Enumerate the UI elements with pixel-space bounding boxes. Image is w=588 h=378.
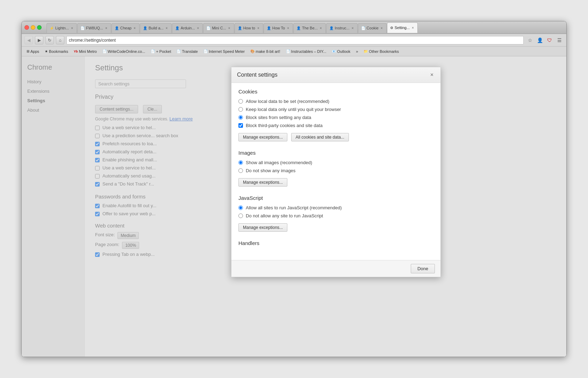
- bookmark-outlook[interactable]: 📧 Outlook: [330, 49, 352, 54]
- images-option-0: Show all images (recommended): [238, 160, 433, 165]
- bookmark-translate[interactable]: 📄 Translate: [174, 49, 200, 54]
- tab-howto1[interactable]: 👤 How to ×: [235, 23, 263, 33]
- back-button[interactable]: ◀: [24, 36, 33, 44]
- all-cookies-button[interactable]: All cookies and site data...: [291, 133, 349, 141]
- images-option-0-label: Show all images (recommended): [246, 160, 312, 165]
- done-button[interactable]: Done: [411, 264, 435, 273]
- star-icon: ★: [45, 49, 48, 53]
- tabs-bar: ⚡ Lightn... × 📄 FW8UQ... × 👤 Cheap × 👤 B…: [46, 22, 564, 33]
- bookmark-speed-meter[interactable]: 📄 Internet Speed Meter: [201, 49, 247, 54]
- js-buttons: Manage exceptions...: [238, 221, 433, 232]
- menu-button[interactable]: ☰: [555, 36, 564, 44]
- tab-close-instruc[interactable]: ×: [351, 26, 354, 30]
- tab-instruc[interactable]: 👤 Instruc... ×: [326, 23, 358, 33]
- outlook-icon: 📧: [332, 49, 336, 53]
- title-bar: ⚡ Lightn... × 📄 FW8UQ... × 👤 Cheap × 👤 B…: [22, 21, 566, 34]
- tab-minic[interactable]: 📄 Mini C... ×: [203, 23, 234, 33]
- tab-build[interactable]: 👤 Build a... ×: [140, 23, 172, 33]
- js-option-1: Do not allow any site to run JavaScript: [238, 213, 433, 218]
- bookmark-apps-label: Apps: [30, 49, 39, 54]
- tab-close-build[interactable]: ×: [165, 26, 168, 30]
- more-bookmarks-icon: »: [356, 49, 358, 54]
- tab-label-minic: Mini C...: [212, 26, 226, 30]
- dialog-header: Content settings ×: [231, 67, 440, 83]
- tab-label-thebe: The Be...: [302, 26, 318, 30]
- bookmark-other[interactable]: 📁 Other Bookmarks: [361, 49, 401, 54]
- bookmarks-bar: ⊞ Apps ★ Bookmarks Yb Mini Metro 📄 Write…: [22, 47, 566, 56]
- dialog-footer: Done: [231, 260, 440, 277]
- cookies-buttons: Manage exceptions... All cookies and sit…: [238, 131, 433, 141]
- bookmark-apps[interactable]: ⊞ Apps: [24, 49, 41, 54]
- tab-thebe[interactable]: 👤 The Be... ×: [293, 23, 325, 33]
- bookmark-star-button[interactable]: ☆: [526, 36, 534, 44]
- reload-button[interactable]: ↻: [45, 36, 54, 44]
- cookies-thirdparty-checkbox[interactable]: [238, 123, 243, 128]
- tab-close-cheap[interactable]: ×: [133, 26, 136, 30]
- tab-close-howto1[interactable]: ×: [257, 26, 260, 30]
- tab-lightni[interactable]: ⚡ Lightn... ×: [46, 23, 77, 33]
- images-option-1-label: Do not show any images: [246, 168, 295, 173]
- tab-icon-minic: 📄: [206, 26, 210, 30]
- translate-icon: 📄: [177, 49, 181, 53]
- tab-label-cheap: Cheap: [120, 26, 131, 30]
- tab-close-howto2[interactable]: ×: [286, 26, 290, 30]
- tab-close-fw8uq[interactable]: ×: [105, 26, 108, 30]
- user-profile-button[interactable]: 👤: [536, 36, 544, 44]
- tab-cheap[interactable]: 👤 Cheap ×: [112, 23, 139, 33]
- close-window-button[interactable]: [24, 25, 29, 30]
- tab-label-instruc: Instruc...: [335, 26, 350, 30]
- js-radio-disallow[interactable]: [238, 214, 243, 218]
- js-option-1-label: Do not allow any site to run JavaScript: [246, 213, 323, 218]
- address-bar[interactable]: chrome://settings/content: [66, 36, 524, 44]
- minimize-window-button[interactable]: [31, 25, 35, 30]
- bookmark-8bit[interactable]: 🎨 make 8-bit art!: [248, 49, 282, 54]
- cookies-radio-keep[interactable]: [238, 107, 243, 112]
- bookmark-translate-label: Translate: [182, 49, 198, 54]
- images-radio-do-not-show[interactable]: [238, 168, 243, 173]
- apps-icon: ⊞: [27, 49, 29, 53]
- tab-close-settings[interactable]: ×: [411, 26, 415, 30]
- maximize-window-button[interactable]: [37, 25, 42, 30]
- home-button[interactable]: ⌂: [56, 36, 64, 44]
- images-radio-show-all[interactable]: [238, 160, 243, 165]
- bookmark-bookmarks[interactable]: ★ Bookmarks: [43, 49, 70, 54]
- bookmark-more[interactable]: »: [354, 49, 360, 54]
- address-text: chrome://settings/content: [69, 38, 116, 43]
- bookmark-writecode-label: WriteCodeOnline.co...: [108, 49, 145, 54]
- cookies-radio-block[interactable]: [238, 115, 243, 120]
- bookmark-pocket[interactable]: 📄 + Pocket: [149, 49, 173, 54]
- forward-button[interactable]: ▶: [35, 36, 43, 44]
- tab-icon-cookie: 📄: [361, 26, 365, 30]
- tab-close-cookie[interactable]: ×: [380, 26, 383, 30]
- tab-arduin[interactable]: 👤 Arduin... ×: [172, 23, 203, 33]
- tab-icon-fw8uq: 📄: [80, 26, 85, 30]
- tab-howto2[interactable]: 👤 How To ×: [264, 23, 293, 33]
- tab-icon-howto1: 👤: [238, 26, 242, 30]
- tab-label-arduin: Arduin...: [181, 26, 195, 30]
- manage-exceptions-button-cookies[interactable]: Manage exceptions...: [238, 133, 287, 141]
- tab-close-arduin[interactable]: ×: [196, 26, 200, 30]
- tab-close-thebe[interactable]: ×: [319, 26, 323, 30]
- tab-icon-howto2: 👤: [267, 26, 271, 30]
- bookmark-mini-metro[interactable]: Yb Mini Metro: [72, 49, 99, 54]
- dialog-close-button[interactable]: ×: [429, 71, 435, 78]
- manage-exceptions-button-images[interactable]: Manage exceptions...: [238, 178, 287, 187]
- cookies-radio-allow[interactable]: [238, 99, 243, 104]
- tab-label-howto2: How To: [272, 26, 285, 30]
- tab-icon-instruc: 👤: [329, 26, 334, 30]
- content-settings-dialog: Content settings × Cookies Allow local d…: [231, 67, 441, 277]
- tab-close-lightni[interactable]: ×: [70, 26, 74, 30]
- tab-fw8uq[interactable]: 📄 FW8UQ... ×: [77, 23, 111, 33]
- manage-exceptions-button-js[interactable]: Manage exceptions...: [238, 223, 287, 232]
- tab-cookie[interactable]: 📄 Cookie ×: [358, 23, 387, 33]
- bookmark-writecode[interactable]: 📄 WriteCodeOnline.co...: [100, 49, 147, 54]
- speedmeter-icon: 📄: [203, 49, 208, 53]
- bookmark-instructables-label: Instructables – DIY...: [291, 49, 327, 54]
- js-radio-allow[interactable]: [238, 205, 243, 210]
- bookmark-instructables[interactable]: 📄 Instructables – DIY...: [284, 49, 329, 54]
- tab-icon-lightni: ⚡: [50, 26, 54, 30]
- bookmark-pocket-label: + Pocket: [156, 49, 171, 54]
- tab-close-minic[interactable]: ×: [228, 26, 231, 30]
- nav-bar: ◀ ▶ ↻ ⌂ chrome://settings/content ☆ 👤 🛡 …: [22, 34, 566, 47]
- tab-settings[interactable]: ⚙ Setting... ×: [387, 22, 418, 33]
